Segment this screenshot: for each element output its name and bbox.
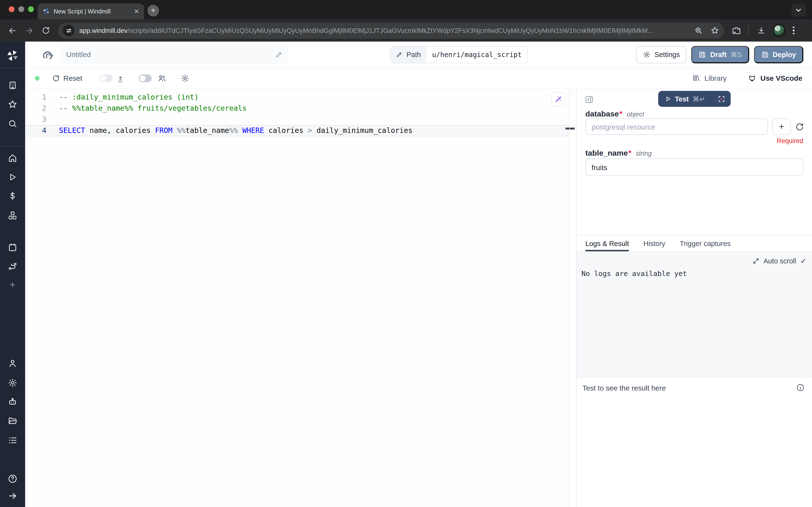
collab-toggle[interactable]: [139, 74, 152, 82]
sidebar-item-runs-play-icon[interactable]: [8, 173, 17, 182]
path-edit-segment[interactable]: Path: [391, 46, 426, 63]
collapse-panel-icon[interactable]: [584, 95, 594, 104]
sidebar-item-home-icon[interactable]: [8, 153, 17, 163]
capture-test-button[interactable]: [712, 91, 731, 107]
address-bar[interactable]: app.windmill.dev/scripts/add#JTdCJTIyaGF…: [58, 22, 724, 39]
zoom-icon[interactable]: [694, 26, 703, 35]
site-info-icon[interactable]: [63, 25, 74, 36]
deploy-label: Deploy: [773, 51, 796, 58]
line-number: 4: [25, 125, 46, 136]
test-shortcut: ⌘↵: [693, 95, 705, 103]
code-editor[interactable]: 1 -- :daily_minimum_calories (int) 2 -- …: [25, 89, 576, 507]
expand-icon: [752, 258, 759, 264]
draft-shortcut: ⌘S: [731, 51, 742, 58]
sidebar-item-schedules-calendar-icon[interactable]: [8, 243, 17, 252]
field-label-table-name: table_name* string: [585, 149, 652, 158]
sidebar-add-plus-icon[interactable]: +: [10, 279, 15, 290]
code-line-active[interactable]: 4 SELECT name, calories FROM %%table_nam…: [25, 125, 576, 136]
auto-scroll-label: Auto scroll: [763, 257, 796, 265]
reset-button[interactable]: Reset: [52, 74, 82, 82]
sidebar-item-routes-flow-icon[interactable]: [8, 262, 17, 271]
editor-settings-gear-icon[interactable]: [181, 74, 190, 82]
code-token: %%: [177, 126, 186, 135]
tab-search-button[interactable]: [791, 3, 806, 16]
sidebar-item-workspace[interactable]: [8, 81, 17, 90]
header-actions: Settings Draft ⌘S Deploy: [636, 46, 803, 63]
browser-menu-icon[interactable]: [793, 26, 794, 35]
reload-button[interactable]: [42, 26, 50, 35]
bookmark-star-icon[interactable]: [710, 26, 719, 35]
required-asterisk: *: [628, 149, 631, 158]
browser-tab[interactable]: New Script | Windmill ✕: [38, 3, 144, 19]
tab-close-icon[interactable]: ✕: [134, 8, 139, 14]
tab-history[interactable]: History: [644, 235, 665, 251]
extensions-icon[interactable]: [732, 26, 741, 35]
code-token: [173, 126, 177, 135]
code-line[interactable]: 2 -- %%table_name%% fruits/vegetables/ce…: [25, 103, 576, 114]
database-resource-input[interactable]: [585, 118, 768, 135]
result-hint: Test to see the result here: [582, 384, 666, 392]
sidebar-item-settings-gear-icon[interactable]: [8, 378, 17, 388]
deploy-button[interactable]: Deploy: [754, 46, 803, 63]
info-icon[interactable]: [796, 383, 805, 392]
library-label: Library: [704, 74, 727, 82]
sidebar-expand-arrow-icon[interactable]: [8, 491, 17, 501]
add-resource-button[interactable]: +: [772, 118, 791, 135]
ai-assist-button[interactable]: [551, 92, 566, 106]
forward-button[interactable]: [25, 26, 34, 35]
draft-button[interactable]: Draft ⌘S: [691, 46, 749, 63]
test-label: Test: [675, 95, 689, 103]
help-icon[interactable]: [7, 474, 18, 484]
sidebar-item-audit-logs-list-icon[interactable]: [8, 436, 17, 445]
window-close-button[interactable]: [9, 6, 14, 12]
screen: New Script | Windmill ✕ + app.windmill.d…: [0, 0, 812, 507]
tab-trigger-captures[interactable]: Trigger captures: [680, 235, 731, 251]
window-zoom-button[interactable]: [28, 6, 34, 12]
sidebar-item-resources-cubes-icon[interactable]: [8, 211, 17, 220]
sidebar-item-favorites-star-icon[interactable]: [8, 100, 17, 109]
test-button[interactable]: Test ⌘↵: [658, 91, 712, 107]
field-name: table_name: [585, 149, 628, 158]
library-button[interactable]: Library: [692, 74, 727, 82]
refresh-resource-icon[interactable]: [795, 122, 804, 131]
download-icon[interactable]: [757, 26, 766, 35]
sidebar-item-users-person-icon[interactable]: [8, 358, 17, 368]
gear-icon: [643, 51, 650, 58]
sidebar-item-folders-icon[interactable]: [8, 416, 17, 426]
tab-logs-result[interactable]: Logs & Result: [585, 235, 629, 251]
code-token: -- %%table_name%% fruits/vegetables/cere…: [59, 104, 247, 113]
sidebar-item-variables-dollar-icon[interactable]: [8, 191, 17, 201]
edit-pencil-icon[interactable]: [275, 51, 283, 58]
table-name-input[interactable]: [585, 159, 803, 176]
code-line[interactable]: 3: [25, 114, 576, 125]
browser-tab-strip: New Script | Windmill ✕ +: [0, 0, 812, 19]
sidebar-item-search-icon[interactable]: [8, 119, 17, 128]
reset-label: Reset: [63, 74, 82, 82]
sidebar-item-workers-robot-icon[interactable]: [7, 397, 18, 407]
code-token: WHERE: [242, 126, 264, 135]
windmill-logo-icon[interactable]: [6, 49, 19, 62]
path-selector[interactable]: Path u/henri/magical_script: [390, 46, 528, 63]
status-dot: [35, 76, 40, 80]
line-number: 3: [25, 114, 46, 125]
field-type: string: [636, 150, 652, 157]
profile-avatar[interactable]: [773, 24, 786, 37]
code-token: daily_minimum_calories: [312, 126, 412, 135]
sidebar-divider: [0, 68, 25, 68]
window-minimize-button[interactable]: [18, 6, 24, 12]
code-token: [238, 126, 242, 135]
use-vscode-button[interactable]: Use VScode: [748, 74, 802, 82]
auto-scroll-control[interactable]: Auto scroll ✓: [752, 257, 806, 265]
diff-toggle[interactable]: [100, 74, 113, 82]
code-lines: 1 -- :daily_minimum_calories (int) 2 -- …: [25, 89, 576, 136]
url-host: app.windmill.dev: [79, 27, 128, 34]
toolbar-divider: [748, 25, 749, 35]
code-token: FROM: [155, 126, 172, 135]
script-name-field[interactable]: [60, 45, 289, 64]
code-line[interactable]: 1 -- :daily_minimum_calories (int): [25, 92, 576, 103]
script-name-input[interactable]: [66, 50, 275, 58]
new-tab-button[interactable]: +: [148, 5, 159, 16]
settings-button[interactable]: Settings: [636, 46, 687, 63]
back-button[interactable]: [8, 26, 17, 35]
tab-title: New Script | Windmill: [54, 8, 134, 15]
